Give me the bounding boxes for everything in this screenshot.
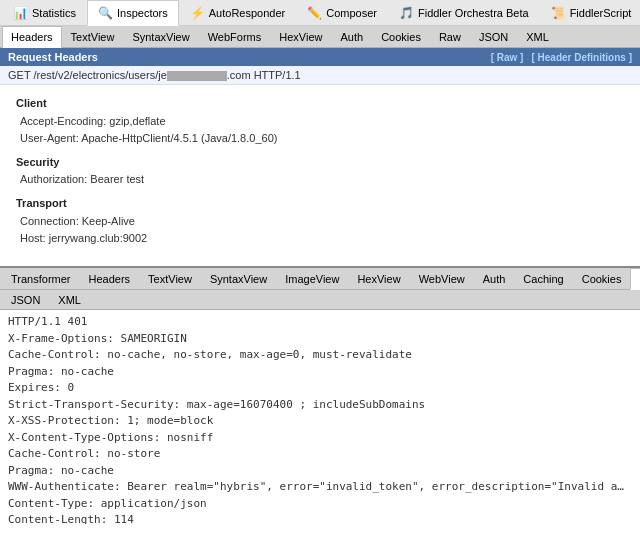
- tab-inspectors-label: Inspectors: [117, 7, 168, 19]
- request-panel-header: Request Headers [ Raw ] [ Header Definit…: [0, 48, 640, 66]
- request-method: GET /rest/v2/electronics/users/je: [8, 69, 167, 81]
- subtab-cookies[interactable]: Cookies: [372, 26, 430, 48]
- header-definitions-link[interactable]: [ Header Definitions ]: [531, 52, 632, 63]
- user-agent-header: User-Agent: Apache-HttpClient/4.5.1 (Jav…: [16, 130, 624, 148]
- redacted-part: [167, 71, 227, 81]
- composer-icon: ✏️: [307, 6, 322, 20]
- resp-tab-textview[interactable]: TextView: [139, 268, 201, 290]
- tab-autoresponder[interactable]: ⚡ AutoResponder: [179, 0, 296, 26]
- subtab-headers[interactable]: Headers: [2, 26, 62, 48]
- connection-header: Connection: Keep-Alive: [16, 213, 624, 231]
- resp-tab-imageview[interactable]: ImageView: [276, 268, 348, 290]
- tab-composer[interactable]: ✏️ Composer: [296, 0, 388, 26]
- inspectors-icon: 🔍: [98, 6, 113, 20]
- tab-fiddlerscript-label: FiddlerScript: [570, 7, 632, 19]
- tab-composer-label: Composer: [326, 7, 377, 19]
- subtab-json[interactable]: JSON: [470, 26, 517, 48]
- resp-tab-caching[interactable]: Caching: [514, 268, 572, 290]
- request-body: Client Accept-Encoding: gzip,deflate Use…: [0, 85, 640, 254]
- subtab-xml[interactable]: XML: [517, 26, 558, 48]
- response-line-2: X-Frame-Options: SAMEORIGIN: [8, 331, 632, 348]
- response-line-5: Expires: 0: [8, 380, 632, 397]
- autoresponder-icon: ⚡: [190, 6, 205, 20]
- response-line-3: Cache-Control: no-cache, no-store, max-a…: [8, 347, 632, 364]
- response-line-9: Cache-Control: no-store: [8, 446, 632, 463]
- resp-tab-webview[interactable]: WebView: [410, 268, 474, 290]
- request-sub-tab-bar: Headers TextView SyntaxView WebForms Hex…: [0, 26, 640, 48]
- accept-encoding-header: Accept-Encoding: gzip,deflate: [16, 113, 624, 131]
- statistics-icon: 📊: [13, 6, 28, 20]
- response-line-13: Content-Length: 114: [8, 512, 632, 524]
- resp-tab-syntaxview[interactable]: SyntaxView: [201, 268, 276, 290]
- response-tab-bar: Transformer Headers TextView SyntaxView …: [0, 268, 640, 290]
- resp-subtab-json[interactable]: JSON: [2, 289, 49, 311]
- response-line-6: Strict-Transport-Security: max-age=16070…: [8, 397, 632, 414]
- security-section-header: Security: [16, 154, 624, 172]
- response-body[interactable]: HTTP/1.1 401 X-Frame-Options: SAMEORIGIN…: [0, 310, 640, 524]
- request-url-end: .com HTTP/1.1: [227, 69, 301, 81]
- fiddler-icon: 🎵: [399, 6, 414, 20]
- resp-tab-cookies[interactable]: Cookies: [573, 268, 631, 290]
- raw-link[interactable]: [ Raw ]: [491, 52, 524, 63]
- resp-tab-transformer[interactable]: Transformer: [2, 268, 80, 290]
- subtab-auth[interactable]: Auth: [332, 26, 373, 48]
- tab-fiddler-label: Fiddler Orchestra Beta: [418, 7, 529, 19]
- subtab-syntaxview[interactable]: SyntaxView: [123, 26, 198, 48]
- resp-tab-hexview[interactable]: HexView: [348, 268, 409, 290]
- main-content: Request Headers [ Raw ] [ Header Definit…: [0, 48, 640, 546]
- resp-tab-raw[interactable]: Raw: [630, 268, 640, 290]
- response-line-7: X-XSS-Protection: 1; mode=block: [8, 413, 632, 430]
- response-line-10: Pragma: no-cache: [8, 463, 632, 480]
- request-url: GET /rest/v2/electronics/users/je.com HT…: [0, 66, 640, 85]
- request-panel: Request Headers [ Raw ] [ Header Definit…: [0, 48, 640, 268]
- subtab-hexview[interactable]: HexView: [270, 26, 331, 48]
- tab-autoresponder-label: AutoResponder: [209, 7, 285, 19]
- resp-tab-headers[interactable]: Headers: [80, 268, 140, 290]
- resp-subtab-xml[interactable]: XML: [49, 289, 90, 311]
- tab-statistics[interactable]: 📊 Statistics: [2, 0, 87, 26]
- response-line-11: WWW-Authenticate: Bearer realm="hybris",…: [8, 479, 628, 496]
- host-header: Host: jerrywang.club:9002: [16, 230, 624, 248]
- top-tab-bar: 📊 Statistics 🔍 Inspectors ⚡ AutoResponde…: [0, 0, 640, 26]
- client-section-header: Client: [16, 95, 624, 113]
- response-format-tabs: JSON XML: [0, 290, 640, 310]
- response-line-1: HTTP/1.1 401: [8, 314, 632, 331]
- resp-tab-auth[interactable]: Auth: [474, 268, 515, 290]
- request-headers-title: Request Headers: [8, 51, 98, 63]
- authorization-header: Authorization: Bearer test: [16, 171, 624, 189]
- transport-section-header: Transport: [16, 195, 624, 213]
- tab-fiddlerscript[interactable]: 📜 FiddlerScript: [540, 0, 640, 26]
- header-links: [ Raw ] [ Header Definitions ]: [491, 52, 632, 63]
- response-line-8: X-Content-Type-Options: nosniff: [8, 430, 632, 447]
- response-line-12: Content-Type: application/json: [8, 496, 632, 513]
- fiddlerscript-icon: 📜: [551, 6, 566, 20]
- tab-statistics-label: Statistics: [32, 7, 76, 19]
- subtab-raw[interactable]: Raw: [430, 26, 470, 48]
- tab-fiddler-orchestra[interactable]: 🎵 Fiddler Orchestra Beta: [388, 0, 540, 26]
- subtab-webforms[interactable]: WebForms: [199, 26, 271, 48]
- response-panel: HTTP/1.1 401 X-Frame-Options: SAMEORIGIN…: [0, 310, 640, 546]
- response-line-4: Pragma: no-cache: [8, 364, 632, 381]
- tab-inspectors[interactable]: 🔍 Inspectors: [87, 0, 179, 26]
- subtab-textview[interactable]: TextView: [62, 26, 124, 48]
